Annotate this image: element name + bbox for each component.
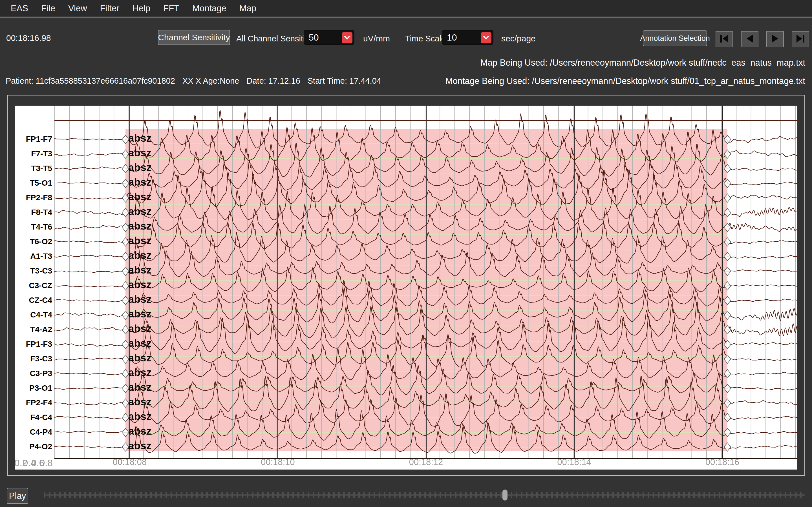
annotation-label-absz[interactable]: absz [128, 132, 151, 144]
slider-tick [150, 492, 152, 498]
slider-tick [551, 492, 553, 498]
annotation-handle-right[interactable] [724, 399, 731, 407]
annotation-handle-right[interactable] [724, 311, 731, 320]
annotation-label-absz[interactable]: absz [128, 191, 151, 203]
annotation-label-absz[interactable]: absz [128, 220, 151, 232]
subsecond-tick-label: 0.8 [34, 458, 59, 468]
annotation-handle-right[interactable] [724, 252, 731, 261]
annotation-handle-right[interactable] [724, 443, 731, 452]
step-forward-icon [770, 34, 780, 45]
menu-item-view[interactable]: View [68, 3, 87, 13]
menu-item-eas[interactable]: EAS [11, 3, 28, 13]
skip-to-start-icon [719, 34, 730, 45]
annotation-handle-right[interactable] [724, 413, 731, 422]
annotation-label-absz[interactable]: absz [128, 235, 151, 247]
slider-tick [323, 492, 324, 498]
time-scrubber-slider[interactable] [44, 489, 805, 501]
annotation-handle-right[interactable] [724, 281, 731, 290]
annotation-label-absz[interactable]: absz [128, 293, 151, 305]
skip-to-end-button[interactable] [792, 31, 809, 47]
annotation-label-absz[interactable]: absz [128, 323, 151, 335]
annotation-label-absz[interactable]: absz [128, 367, 151, 379]
slider-tick [394, 492, 396, 498]
annotation-handle-right[interactable] [724, 355, 731, 363]
annotation-label-absz[interactable]: absz [128, 396, 151, 408]
channel-sensitivity-button[interactable]: Channel Sensitivity [158, 30, 230, 45]
slider-tick [435, 492, 436, 498]
annotation-label-absz[interactable]: absz [128, 411, 151, 422]
step-forward-button[interactable] [766, 31, 784, 47]
annotation-label-absz[interactable]: absz [128, 337, 151, 349]
eeg-plot-area[interactable]: FP1-F7F7-T3T3-T5T5-O1FP2-F8F8-T4T4-T6T6-… [15, 106, 797, 469]
annotation-label-absz[interactable]: absz [128, 147, 151, 159]
annotation-handle-right[interactable] [724, 369, 731, 378]
slider-thumb[interactable] [502, 490, 507, 501]
slider-tick [566, 492, 568, 498]
slider-tick [703, 492, 705, 498]
menu-item-map[interactable]: Map [239, 3, 256, 13]
slider-tick [795, 492, 797, 498]
all-channel-sensitivity-select[interactable]: 50 [304, 30, 354, 45]
step-backward-icon [744, 34, 755, 45]
annotation-label-absz[interactable]: absz [128, 308, 151, 320]
channel-label-p4-o2: P4-O2 [29, 442, 52, 451]
annotation-handle-right[interactable] [724, 135, 731, 144]
channel-label-fp2-f8: FP2-F8 [26, 193, 52, 202]
annotation-handle-right[interactable] [724, 428, 731, 437]
annotation-handle-right[interactable] [724, 384, 731, 393]
channel-label-cz-c4: CZ-C4 [29, 296, 52, 305]
time-scale-select[interactable]: 10 [442, 30, 493, 45]
annotation-label-absz[interactable]: absz [128, 352, 151, 364]
menu-item-file[interactable]: File [41, 3, 55, 13]
annotation-handle-right[interactable] [724, 223, 731, 232]
slider-tick [232, 492, 233, 498]
slider-tick [125, 492, 126, 498]
annotation-label-absz[interactable]: absz [128, 176, 151, 188]
annotation-handle-right[interactable] [724, 179, 731, 188]
slider-tick [663, 492, 665, 498]
annotation-handle-right[interactable] [724, 296, 731, 305]
annotation-handle-right[interactable] [724, 237, 731, 246]
annotation-label-absz[interactable]: absz [128, 425, 151, 437]
menu-item-montage[interactable]: Montage [192, 3, 226, 13]
annotation-handle-right[interactable] [724, 208, 731, 217]
slider-tick [49, 492, 50, 498]
slider-tick [206, 492, 208, 498]
slider-tick [303, 492, 304, 498]
annotation-label-absz[interactable]: absz [128, 162, 151, 173]
annotation-selection-button[interactable]: Annotation Selection [643, 31, 707, 46]
annotation-label-absz[interactable]: absz [128, 249, 151, 262]
annotation-handle-right[interactable] [724, 340, 731, 349]
slider-tick [429, 492, 431, 498]
slider-tick [64, 492, 66, 498]
step-backward-button[interactable] [741, 31, 758, 47]
annotation-handle-right[interactable] [724, 325, 731, 334]
slider-tick [531, 492, 532, 498]
slider-tick [581, 492, 583, 498]
slider-tick [455, 492, 456, 498]
annotation-handle-right[interactable] [724, 267, 731, 276]
annotation-label-absz[interactable]: absz [128, 440, 151, 452]
annotation-handle-right[interactable] [724, 193, 731, 203]
menu-item-help[interactable]: Help [133, 3, 151, 13]
slider-tick [389, 492, 391, 498]
annotation-handle-right[interactable] [724, 150, 731, 159]
menu-item-filter[interactable]: Filter [100, 3, 119, 13]
channel-label-t3-c3: T3-C3 [30, 267, 52, 276]
menu-bar: EASFileViewFilterHelpFFTMontageMap [0, 0, 812, 17]
slider-tick [709, 492, 710, 498]
annotation-label-absz[interactable]: absz [128, 264, 151, 276]
menu-item-fft[interactable]: FFT [163, 3, 179, 13]
annotation-label-absz[interactable]: absz [128, 206, 151, 217]
slider-tick [373, 492, 375, 498]
slider-tick [495, 492, 497, 498]
slider-tick [475, 492, 477, 498]
annotation-label-absz[interactable]: absz [128, 279, 151, 291]
skip-to-start-button[interactable] [716, 31, 733, 47]
annotation-label-absz[interactable]: absz [128, 381, 151, 393]
slider-tick [759, 492, 761, 498]
play-button[interactable]: Play [7, 488, 28, 504]
annotation-handle-right[interactable] [724, 164, 731, 173]
channel-label-c3-cz: C3-CZ [29, 281, 52, 290]
slider-tick [186, 492, 188, 498]
